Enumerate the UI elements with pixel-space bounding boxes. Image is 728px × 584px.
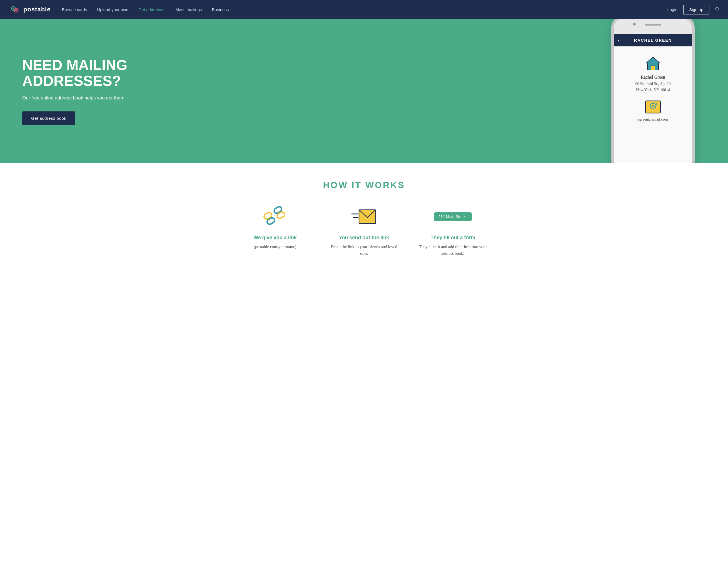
phone-screen: ‹ RACHEL GREEN Rachel Green 90 Bedford S… (614, 34, 692, 163)
search-icon[interactable]: ⚲ (715, 6, 719, 13)
logo-icon (9, 4, 21, 15)
address-input-text: 231 Main Stree (439, 214, 465, 219)
phone-address: 90 Bedford St., Apt 20 New York, NY 1001… (619, 81, 687, 94)
nav-right: Login Sign up ⚲ (667, 5, 719, 15)
home-icon (645, 55, 661, 72)
navbar: postable Browse cards Upload your own Ge… (0, 0, 728, 19)
nav-browse-cards[interactable]: Browse cards (62, 7, 87, 12)
how-item-form: 231 Main Stree They fill out a form They… (417, 204, 489, 257)
phone-person-name: Rachel Green (619, 75, 687, 80)
svg-point-3 (12, 8, 14, 9)
phone-body: Rachel Green 90 Bedford St., Apt 20 New … (614, 46, 692, 127)
how-item-2-subtitle: Email the link to your friends and loved… (328, 243, 400, 257)
email-icon (645, 100, 661, 114)
address-form-icon: 231 Main Stree (417, 204, 489, 229)
signup-button[interactable]: Sign up (683, 5, 709, 15)
how-item-1-subtitle: (postable.com/yourname) (239, 243, 311, 250)
logo-text: postable (23, 6, 51, 13)
nav-upload-own[interactable]: Upload your own (97, 7, 128, 12)
svg-point-4 (15, 9, 17, 11)
login-link[interactable]: Login (667, 7, 677, 12)
hero-subtitle: Our free online address book helps you g… (22, 95, 156, 102)
get-address-book-button[interactable]: Get address book (22, 111, 75, 125)
hero-content: Need mailing addresses? Our free online … (22, 57, 156, 125)
nav-business[interactable]: Business (212, 7, 229, 12)
how-item-link: We give you a link (postable.com/yournam… (239, 204, 311, 257)
hero-section: Need mailing addresses? Our free online … (0, 19, 728, 163)
phone-camera (633, 23, 636, 26)
hero-title: Need mailing addresses? (22, 57, 156, 89)
how-item-2-title: You send out the link (328, 235, 400, 241)
logo[interactable]: postable (9, 4, 51, 15)
how-item-3-title: They fill out a form (417, 235, 489, 241)
how-grid: We give you a link (postable.com/yournam… (239, 204, 489, 257)
phone-speaker (645, 24, 661, 26)
how-it-works-section: HOW IT WORKS We give you a link (postabl… (0, 163, 728, 279)
svg-rect-6 (651, 66, 655, 70)
send-envelope-icon (328, 204, 400, 229)
how-item-1-title: We give you a link (239, 235, 311, 241)
phone-outer: ‹ RACHEL GREEN Rachel Green 90 Bedford S… (611, 19, 695, 163)
phone-contact-name: RACHEL GREEN (634, 38, 672, 43)
nav-get-addresses[interactable]: Get addresses (138, 7, 165, 12)
how-item-send: You send out the link Email the link to … (328, 204, 400, 257)
nav-mass-mailings[interactable]: Mass mailings (175, 7, 202, 12)
how-item-3-subtitle: They click it and add their info into yo… (417, 243, 489, 257)
phone-back-icon: ‹ (618, 37, 620, 43)
phone-mockup: ‹ RACHEL GREEN Rachel Green 90 Bedford S… (611, 19, 706, 163)
chain-link-icon (239, 204, 311, 229)
phone-header: ‹ RACHEL GREEN (614, 34, 692, 46)
address-input-display: 231 Main Stree (434, 212, 472, 221)
nav-links: Browse cards Upload your own Get address… (62, 7, 667, 12)
svg-point-9 (652, 105, 654, 107)
phone-email: rgreen@email.com (619, 117, 687, 122)
how-it-works-title: HOW IT WORKS (11, 180, 717, 190)
